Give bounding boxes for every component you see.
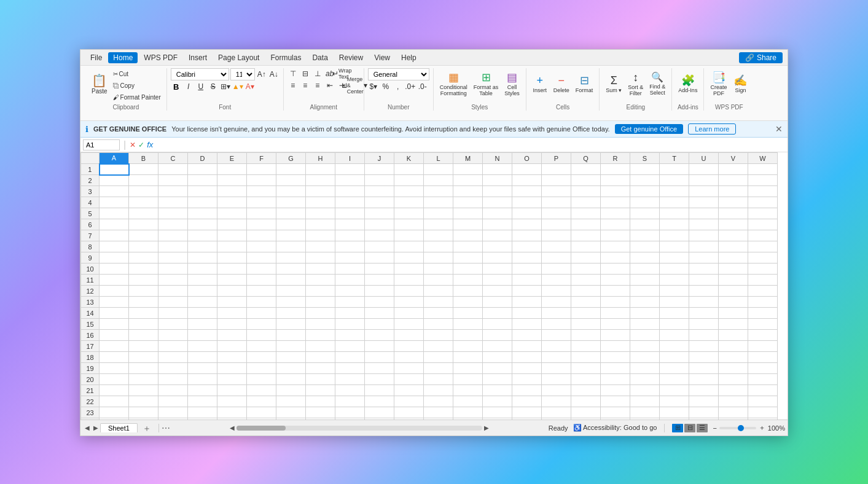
cell-B3[interactable] (129, 186, 158, 197)
cell-P11[interactable] (542, 275, 571, 286)
format-painter-button[interactable]: 🖌Format Painter (111, 92, 163, 103)
cell-U6[interactable] (689, 219, 719, 230)
cell-N24[interactable] (483, 418, 512, 420)
cell-E19[interactable] (217, 363, 247, 374)
cell-N17[interactable] (483, 341, 512, 352)
page-layout-view-icon[interactable]: ⊟ (684, 424, 695, 432)
cell-R3[interactable] (601, 186, 630, 197)
menu-wpspdf[interactable]: WPS PDF (139, 52, 182, 63)
cell-C12[interactable] (158, 286, 188, 297)
cell-S16[interactable] (630, 330, 660, 341)
cell-N3[interactable] (483, 186, 512, 197)
cell-W15[interactable] (748, 319, 778, 330)
cell-B9[interactable] (129, 252, 158, 263)
increase-decimal-button[interactable]: .0+ (405, 81, 416, 92)
cell-O2[interactable] (512, 175, 542, 186)
cell-K12[interactable] (394, 286, 424, 297)
cell-V20[interactable] (719, 374, 748, 385)
cell-F22[interactable] (247, 396, 276, 407)
cell-N18[interactable] (483, 352, 512, 363)
cell-T20[interactable] (660, 374, 689, 385)
cell-T22[interactable] (660, 396, 689, 407)
cell-L24[interactable] (424, 418, 453, 420)
cell-M3[interactable] (453, 186, 483, 197)
cell-P7[interactable] (542, 230, 571, 241)
cell-G20[interactable] (276, 374, 306, 385)
cell-T15[interactable] (660, 319, 689, 330)
cell-R10[interactable] (601, 263, 630, 275)
cell-C1[interactable] (158, 164, 188, 175)
cell-C17[interactable] (158, 341, 188, 352)
cell-Q12[interactable] (571, 286, 601, 297)
cell-F6[interactable] (247, 219, 276, 230)
cell-B15[interactable] (129, 319, 158, 330)
cell-P21[interactable] (542, 385, 571, 396)
cell-G1[interactable] (276, 164, 306, 175)
cell-N21[interactable] (483, 385, 512, 396)
col-header-Q[interactable]: Q (571, 153, 601, 164)
cell-H7[interactable] (306, 230, 335, 241)
cell-G7[interactable] (276, 230, 306, 241)
cell-I7[interactable] (335, 230, 365, 241)
cell-T14[interactable] (660, 308, 689, 319)
sheet1-tab[interactable]: Sheet1 (100, 423, 138, 432)
cell-W20[interactable] (748, 374, 778, 385)
cell-U18[interactable] (689, 352, 719, 363)
font-color-button[interactable]: A▾ (244, 81, 256, 92)
cell-Q13[interactable] (571, 297, 601, 308)
cell-E1[interactable] (217, 164, 247, 175)
cell-P22[interactable] (542, 396, 571, 407)
cell-S20[interactable] (630, 374, 660, 385)
cell-U1[interactable] (689, 164, 719, 175)
cell-B22[interactable] (129, 396, 158, 407)
cell-B6[interactable] (129, 219, 158, 230)
col-header-H[interactable]: H (306, 153, 335, 164)
cell-K16[interactable] (394, 330, 424, 341)
cell-F17[interactable] (247, 341, 276, 352)
cell-K4[interactable] (394, 197, 424, 208)
cell-P14[interactable] (542, 308, 571, 319)
cell-H9[interactable] (306, 252, 335, 263)
col-header-B[interactable]: B (129, 153, 158, 164)
cell-J15[interactable] (365, 319, 394, 330)
cell-L14[interactable] (424, 308, 453, 319)
cell-K15[interactable] (394, 319, 424, 330)
cell-F21[interactable] (247, 385, 276, 396)
cell-W4[interactable] (748, 197, 778, 208)
cell-J5[interactable] (365, 208, 394, 219)
cell-M1[interactable] (453, 164, 483, 175)
cell-G17[interactable] (276, 341, 306, 352)
cell-P17[interactable] (542, 341, 571, 352)
cell-A6[interactable] (100, 219, 129, 230)
cell-D6[interactable] (188, 219, 217, 230)
cell-U2[interactable] (689, 175, 719, 186)
row-header-4[interactable]: 4 (81, 197, 100, 208)
cell-V15[interactable] (719, 319, 748, 330)
cell-E16[interactable] (217, 330, 247, 341)
cell-B7[interactable] (129, 230, 158, 241)
col-header-S[interactable]: S (630, 153, 660, 164)
cell-A14[interactable] (100, 308, 129, 319)
cell-J10[interactable] (365, 263, 394, 275)
cell-D4[interactable] (188, 197, 217, 208)
cell-W22[interactable] (748, 396, 778, 407)
cell-Q5[interactable] (571, 208, 601, 219)
cell-U15[interactable] (689, 319, 719, 330)
cell-I19[interactable] (335, 363, 365, 374)
cell-K10[interactable] (394, 263, 424, 275)
cell-P8[interactable] (542, 241, 571, 252)
cell-S1[interactable] (630, 164, 660, 175)
cell-H17[interactable] (306, 341, 335, 352)
cell-R6[interactable] (601, 219, 630, 230)
cell-P13[interactable] (542, 297, 571, 308)
row-header-16[interactable]: 16 (81, 330, 100, 341)
cell-L19[interactable] (424, 363, 453, 374)
sheet-options-icon[interactable]: ⋯ (162, 423, 170, 433)
cell-J18[interactable] (365, 352, 394, 363)
menu-review[interactable]: Review (334, 52, 368, 63)
menu-insert[interactable]: Insert (184, 52, 212, 63)
cell-R2[interactable] (601, 175, 630, 186)
cell-K7[interactable] (394, 230, 424, 241)
col-header-W[interactable]: W (748, 153, 778, 164)
format-button[interactable]: ⊟ Format (573, 68, 596, 100)
